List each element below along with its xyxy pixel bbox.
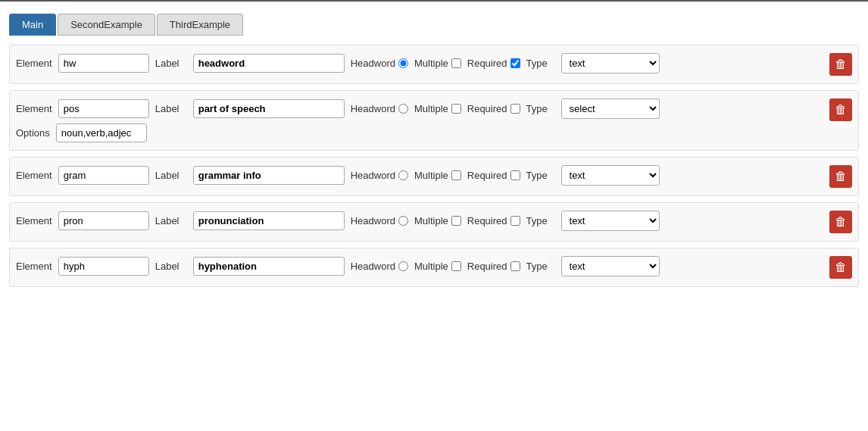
row-fields-3: ElementLabelHeadwordMultipleRequiredType… (16, 165, 825, 186)
headword-label-3: Headword (351, 170, 395, 181)
required-group-1: Required (467, 58, 520, 69)
row-fields-5: ElementLabelHeadwordMultipleRequiredType… (16, 256, 825, 276)
multiple-label-5: Multiple (414, 261, 448, 272)
delete-button-1[interactable]: 🗑 (829, 53, 852, 76)
multiple-checkbox-2[interactable] (451, 104, 461, 114)
element-input-4[interactable] (58, 211, 149, 230)
element-input-5[interactable] (58, 257, 149, 276)
delete-button-2[interactable]: 🗑 (829, 98, 852, 121)
type-select-4[interactable]: textselect (561, 211, 660, 231)
row-options-2: Options (16, 123, 825, 142)
multiple-group-2: Multiple (414, 103, 461, 114)
required-checkbox-2[interactable] (510, 104, 520, 114)
headword-group-5: Headword (351, 261, 408, 272)
tab-secondExample[interactable]: SecondExample (58, 14, 155, 36)
multiple-checkbox-1[interactable] (451, 58, 461, 68)
headword-group-3: Headword (351, 170, 408, 181)
type-group-2: Typetextselect (526, 98, 660, 119)
options-input-2[interactable] (56, 123, 147, 142)
row-main-3: ElementLabelHeadwordMultipleRequiredType… (16, 165, 825, 186)
element-label-2: Element (16, 103, 52, 114)
type-label-5: Type (526, 261, 558, 272)
element-input-3[interactable] (58, 166, 149, 185)
element-input-2[interactable] (58, 99, 149, 118)
element-label-3: Element (16, 170, 52, 181)
row-inner-5: ElementLabelHeadwordMultipleRequiredType… (16, 256, 852, 279)
tabs-bar: MainSecondExampleThirdExample (9, 14, 859, 36)
multiple-label-1: Multiple (414, 58, 448, 69)
type-select-5[interactable]: textselect (561, 256, 660, 276)
delete-button-5[interactable]: 🗑 (829, 256, 852, 279)
multiple-checkbox-3[interactable] (451, 170, 461, 180)
page-wrapper: MainSecondExampleThirdExample ElementLab… (0, 0, 868, 431)
required-checkbox-3[interactable] (510, 170, 520, 180)
headword-radio-4[interactable] (398, 216, 408, 226)
headword-radio-3[interactable] (398, 170, 408, 180)
multiple-checkbox-4[interactable] (451, 216, 461, 226)
label-label-5: Label (155, 261, 187, 272)
entry-row-2: ElementLabelHeadwordMultipleRequiredType… (9, 90, 859, 151)
label-label-3: Label (155, 170, 187, 181)
headword-label-1: Headword (351, 58, 395, 69)
type-label-1: Type (526, 58, 558, 69)
multiple-group-5: Multiple (414, 261, 461, 272)
row-fields-1: ElementLabelHeadwordMultipleRequiredType… (16, 53, 825, 73)
headword-group-2: Headword (351, 103, 408, 114)
row-inner-1: ElementLabelHeadwordMultipleRequiredType… (16, 53, 852, 76)
type-label-3: Type (526, 170, 558, 181)
entry-row-4: ElementLabelHeadwordMultipleRequiredType… (9, 202, 859, 242)
row-main-2: ElementLabelHeadwordMultipleRequiredType… (16, 98, 825, 119)
row-inner-2: ElementLabelHeadwordMultipleRequiredType… (16, 98, 852, 142)
required-label-5: Required (467, 261, 507, 272)
type-select-2[interactable]: textselect (561, 98, 660, 119)
headword-group-1: Headword (351, 58, 408, 69)
required-group-4: Required (467, 215, 520, 226)
headword-radio-5[interactable] (398, 261, 408, 271)
type-group-4: Typetextselect (526, 211, 660, 231)
required-group-2: Required (467, 103, 520, 114)
required-label-1: Required (467, 58, 507, 69)
required-label-3: Required (467, 170, 507, 181)
options-label-2: Options (16, 127, 50, 139)
headword-radio-1[interactable] (398, 58, 408, 68)
required-checkbox-5[interactable] (510, 261, 520, 271)
multiple-checkbox-5[interactable] (451, 261, 461, 271)
required-checkbox-4[interactable] (510, 216, 520, 226)
element-input-1[interactable] (58, 54, 149, 73)
label-input-5[interactable] (193, 257, 345, 276)
required-label-4: Required (467, 215, 507, 226)
row-fields-2: ElementLabelHeadwordMultipleRequiredType… (16, 98, 825, 142)
type-group-1: Typetextselect (526, 53, 660, 73)
row-fields-4: ElementLabelHeadwordMultipleRequiredType… (16, 211, 825, 231)
required-checkbox-1[interactable] (510, 58, 520, 68)
multiple-group-4: Multiple (414, 215, 461, 226)
entry-rows-container: ElementLabelHeadwordMultipleRequiredType… (9, 45, 859, 287)
label-input-1[interactable] (193, 54, 345, 73)
required-label-2: Required (467, 103, 507, 114)
delete-button-3[interactable]: 🗑 (829, 165, 852, 188)
required-group-5: Required (467, 261, 520, 272)
row-main-1: ElementLabelHeadwordMultipleRequiredType… (16, 53, 825, 73)
type-select-3[interactable]: textselect (561, 165, 660, 186)
headword-label-2: Headword (351, 103, 395, 114)
headword-group-4: Headword (351, 215, 408, 226)
label-label-1: Label (155, 58, 187, 69)
label-input-3[interactable] (193, 166, 345, 185)
entry-row-3: ElementLabelHeadwordMultipleRequiredType… (9, 157, 859, 196)
label-input-4[interactable] (193, 211, 345, 230)
row-main-5: ElementLabelHeadwordMultipleRequiredType… (16, 256, 825, 276)
tab-main[interactable]: Main (9, 14, 56, 36)
label-label-4: Label (155, 215, 187, 226)
multiple-label-3: Multiple (414, 170, 448, 181)
tab-thirdExample[interactable]: ThirdExample (157, 14, 243, 36)
type-select-1[interactable]: textselect (561, 53, 660, 73)
label-label-2: Label (155, 103, 187, 114)
multiple-group-3: Multiple (414, 170, 461, 181)
headword-label-5: Headword (351, 261, 395, 272)
row-inner-4: ElementLabelHeadwordMultipleRequiredType… (16, 211, 852, 233)
delete-button-4[interactable]: 🗑 (829, 211, 852, 233)
headword-radio-2[interactable] (398, 104, 408, 114)
label-input-2[interactable] (193, 99, 345, 118)
entry-row-5: ElementLabelHeadwordMultipleRequiredType… (9, 248, 859, 287)
row-main-4: ElementLabelHeadwordMultipleRequiredType… (16, 211, 825, 231)
